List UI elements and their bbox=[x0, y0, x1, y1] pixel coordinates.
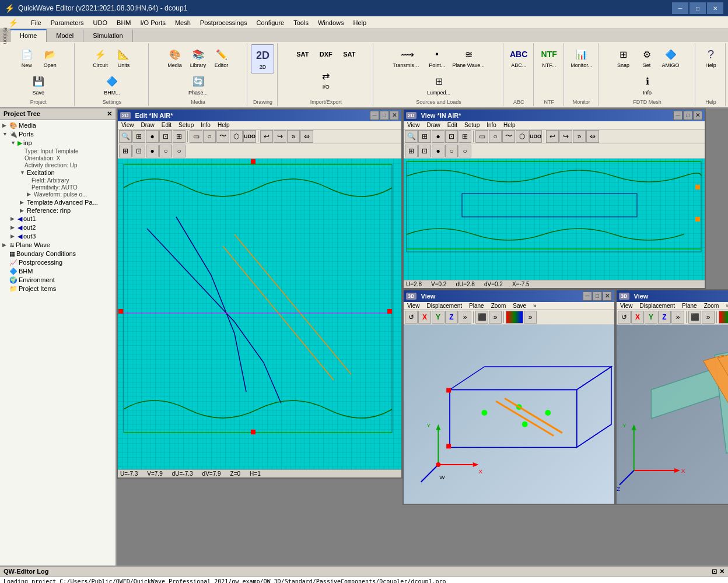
r-z-rot-icon[interactable]: Z bbox=[658, 311, 671, 324]
menu-help[interactable]: Help bbox=[349, 18, 372, 27]
library-button[interactable]: 📚 Library bbox=[187, 44, 209, 71]
bhm-button[interactable]: 🔷 BHM... bbox=[101, 72, 123, 98]
close-button[interactable]: ✕ bbox=[707, 2, 723, 14]
2d-view-menu-setup[interactable]: Setup bbox=[461, 121, 483, 129]
lumped-button[interactable]: ⊞ Lumped... bbox=[424, 72, 453, 98]
expand-icon[interactable]: ⇔ bbox=[300, 130, 313, 143]
2d-edit-menu-draw[interactable]: Draw bbox=[138, 121, 158, 129]
2d-view-canvas[interactable] bbox=[404, 159, 705, 280]
v-poly-icon[interactable]: ⬡ bbox=[516, 130, 528, 143]
snap-button[interactable]: ⊞ Snap bbox=[612, 44, 635, 71]
v-expand-icon[interactable]: ⇔ bbox=[586, 130, 599, 143]
new-button[interactable]: 📄 New bbox=[16, 44, 38, 71]
tree-reference[interactable]: ▶ Reference: rinp bbox=[20, 206, 114, 215]
info-button[interactable]: ℹ Info bbox=[636, 72, 659, 98]
2d-edit-canvas[interactable] bbox=[118, 159, 401, 469]
tree-item-project-items[interactable]: ▶ 📁 Project Items bbox=[1, 285, 114, 293]
v-border-icon[interactable]: ○ bbox=[445, 145, 458, 157]
2d-view-close[interactable]: ✕ bbox=[693, 111, 702, 120]
amigo-button[interactable]: 🔷 AMIGO bbox=[659, 44, 682, 71]
monitor-button[interactable]: 📊 Monitor... bbox=[568, 44, 595, 71]
units-button[interactable]: 📐 Units bbox=[113, 44, 135, 71]
3d-y-rot-icon[interactable]: Y bbox=[432, 311, 444, 324]
circle-icon[interactable]: ○ bbox=[203, 130, 216, 143]
3d-left-minimize[interactable]: ─ bbox=[583, 292, 592, 301]
3d-color-icon[interactable] bbox=[506, 311, 523, 324]
tree-waveform[interactable]: ▶ Waveform: pulse o... bbox=[27, 191, 114, 198]
tree-item-out1[interactable]: ▶ ◀ out1 bbox=[1, 215, 114, 223]
poly-icon[interactable]: ⬡ bbox=[230, 130, 243, 143]
3d-right-menu-more[interactable]: » bbox=[722, 302, 728, 310]
3d-left-close[interactable]: ✕ bbox=[603, 292, 612, 301]
v-grid2-icon[interactable]: ⊞ bbox=[405, 145, 418, 157]
grid-icon[interactable]: ⊞ bbox=[173, 130, 186, 143]
3d-left-menu-save[interactable]: Save bbox=[509, 302, 530, 310]
v-view-icon[interactable]: ⊡ bbox=[445, 130, 458, 143]
r-more2-icon[interactable]: » bbox=[702, 311, 715, 324]
sat2-button[interactable]: SAT bbox=[338, 44, 360, 65]
outline-icon[interactable]: ○ bbox=[173, 145, 186, 157]
ntf-button[interactable]: NTF NTF... bbox=[538, 44, 560, 71]
3d-cube-icon[interactable]: ⬛ bbox=[475, 311, 488, 324]
3d-left-menu-plane[interactable]: Plane bbox=[466, 302, 488, 310]
r-x-rot-icon[interactable]: X bbox=[631, 311, 644, 324]
r-cube-icon[interactable]: ⬛ bbox=[688, 311, 701, 324]
3d-x-rot-icon[interactable]: X bbox=[418, 311, 431, 324]
project-tree-close[interactable]: ✕ bbox=[107, 110, 112, 118]
minimize-button[interactable]: ─ bbox=[672, 2, 688, 14]
tree-item-planewave[interactable]: ▶ ≋ Plane Wave bbox=[1, 241, 114, 250]
v-grid-icon[interactable]: ⊞ bbox=[459, 130, 471, 143]
3d-z-rot-icon[interactable]: Z bbox=[445, 311, 458, 324]
select-icon[interactable]: ⊞ bbox=[132, 130, 145, 143]
maximize-button[interactable]: □ bbox=[690, 2, 706, 14]
log-restore[interactable]: ⊡ bbox=[712, 568, 717, 575]
tree-item-out2[interactable]: ▶ ◀ out2 bbox=[1, 223, 114, 232]
view-icon[interactable]: ⊡ bbox=[159, 130, 172, 143]
tree-item-inp[interactable]: ▼ ▶ inp bbox=[1, 139, 114, 147]
dxf-button[interactable]: DXF bbox=[315, 44, 337, 65]
menu-udo[interactable]: UDO bbox=[89, 18, 112, 27]
undo-icon[interactable]: ↩ bbox=[260, 130, 273, 143]
3d-more1-icon[interactable]: » bbox=[459, 311, 471, 324]
wave-icon[interactable]: 〜 bbox=[216, 130, 229, 143]
tree-item-boundary[interactable]: ▶ ▦ Boundary Conditions bbox=[1, 250, 114, 258]
v-dot-icon[interactable]: ● bbox=[432, 130, 444, 143]
3d-left-menu-zoom[interactable]: Zoom bbox=[488, 302, 510, 310]
tree-item-environment[interactable]: ▶ 🌍 Environment bbox=[1, 276, 114, 285]
v-select-icon[interactable]: ⊞ bbox=[418, 130, 431, 143]
menu-bhm[interactable]: BHM bbox=[112, 18, 135, 27]
v-redo-icon[interactable]: ↪ bbox=[559, 130, 572, 143]
editor-button[interactable]: ✏️ Editor bbox=[211, 44, 233, 71]
fill-icon[interactable]: ● bbox=[146, 145, 159, 157]
tree-item-media[interactable]: ▶ 🎨 Media bbox=[1, 121, 114, 130]
r-y-rot-icon[interactable]: Y bbox=[645, 311, 657, 324]
3d-right-menu-displacement[interactable]: Displacement bbox=[636, 302, 679, 310]
3d-right-menu-zoom[interactable]: Zoom bbox=[701, 302, 723, 310]
3d-left-menu-more[interactable]: » bbox=[530, 302, 540, 310]
2d-view-menu-view[interactable]: View bbox=[404, 121, 424, 129]
r-rotate-icon[interactable]: ↺ bbox=[618, 311, 631, 324]
2d-view-menu-help[interactable]: Help bbox=[500, 121, 519, 129]
log-close[interactable]: ✕ bbox=[719, 568, 724, 575]
2d-view-minimize[interactable]: ─ bbox=[673, 111, 682, 120]
media-button[interactable]: 🎨 Media bbox=[164, 44, 186, 71]
v-rect-icon[interactable]: ▭ bbox=[475, 130, 488, 143]
v-nodes-icon[interactable]: ⊡ bbox=[418, 145, 431, 157]
v-udo-btn[interactable]: UDO bbox=[529, 130, 542, 143]
tab-model[interactable]: Model bbox=[47, 29, 83, 42]
tree-template-adv[interactable]: ▶ Template Advanced Pa... bbox=[20, 198, 114, 206]
2d-view-menu-edit[interactable]: Edit bbox=[444, 121, 461, 129]
abc-button[interactable]: ABC ABC... bbox=[508, 44, 530, 71]
menu-postprocessings[interactable]: Postprocessings bbox=[195, 18, 252, 27]
3d-left-menu-view[interactable]: View bbox=[404, 302, 424, 310]
zoom-icon[interactable]: 🔍 bbox=[119, 130, 132, 143]
redo-icon[interactable]: ↪ bbox=[274, 130, 286, 143]
r-color-icon[interactable] bbox=[719, 311, 728, 324]
menu-tools[interactable]: Tools bbox=[289, 18, 313, 27]
io-button[interactable]: ⇄ I/O bbox=[315, 66, 337, 92]
grid2-icon[interactable]: ⊞ bbox=[119, 145, 132, 157]
2d-edit-menu-view[interactable]: View bbox=[118, 121, 138, 129]
dot-icon[interactable]: ● bbox=[146, 130, 159, 143]
2d-button[interactable]: 2D 2D bbox=[251, 44, 274, 73]
planewave-button[interactable]: ≋ Plane Wave... bbox=[449, 44, 488, 71]
